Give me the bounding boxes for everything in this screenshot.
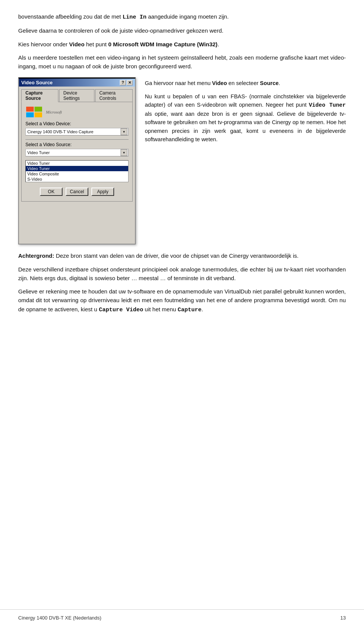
video-source-dialog: Video Source ? ✕ Capture Source Device S…: [18, 77, 136, 244]
svg-rect-2: [26, 112, 34, 117]
dialog-text-p2: Nu kunt u bepalen of u van een FBAS- (no…: [145, 92, 346, 144]
footer-right: 13: [340, 615, 346, 621]
tab-device-settings[interactable]: Device Settings: [59, 89, 94, 102]
label-video-device: Select a Video Device:: [25, 121, 129, 126]
dt-bold-video: Video: [212, 80, 227, 86]
label-video-source: Select a Video Source:: [25, 142, 129, 147]
cancel-button[interactable]: Cancel: [66, 188, 88, 196]
video-device-dropdown[interactable]: Cinergy 1400 DVB-T Video Capture ▼: [25, 128, 129, 136]
p3-end: .: [218, 41, 219, 47]
dialog-body: Microsoft Select a Video Device: Cinergy…: [21, 102, 133, 202]
p7-mid: uit het menu: [143, 306, 178, 312]
divider: [25, 139, 129, 140]
help-button[interactable]: ?: [120, 80, 126, 85]
paragraph-7: Gelieve er rekening mee te houden dat uw…: [18, 287, 346, 314]
p3-bold1: Video: [69, 41, 85, 47]
device-dropdown-arrow[interactable]: ▼: [121, 128, 127, 135]
svg-rect-0: [26, 107, 34, 112]
close-button[interactable]: ✕: [127, 80, 133, 85]
microsoft-logo-area: Microsoft: [25, 106, 129, 118]
list-item-2[interactable]: Video Composite: [26, 171, 128, 177]
dt-line1-end: .: [279, 80, 280, 86]
dialog-text-p1: Ga hiervoor naar het menu Video en selec…: [145, 79, 346, 87]
p7-bold2: Capture: [178, 307, 202, 313]
dialog-explanation-text: Ga hiervoor naar het menu Video en selec…: [145, 77, 346, 148]
paragraph-3: Kies hiervoor onder Video het punt 0 Mic…: [18, 40, 346, 49]
p3-bold2: 0 Microsoft WDM Image Capture (Win32): [108, 41, 217, 47]
paragraph-5: Achtergrond: Deze bron stamt van delen v…: [18, 251, 346, 260]
paragraph-2: Gelieve daarna te controleren of ook de …: [18, 26, 346, 35]
dialog-title: Video Source: [21, 80, 53, 85]
apply-button[interactable]: Apply: [91, 188, 114, 196]
source-value: Video Tuner: [27, 150, 50, 155]
dt-bold-source: Source: [260, 80, 279, 86]
page-footer: Cinergy 1400 DVB-T XE (Nederlands) 13: [0, 609, 364, 626]
dialog-buttons: OK Cancel Apply: [25, 186, 129, 197]
p1-text: bovenstaande afbeelding zou dat de met: [18, 13, 122, 20]
dt-bold-tuner: Video Tuner: [309, 102, 346, 108]
p5-bold: Achtergrond:: [18, 252, 54, 259]
p7-end: .: [202, 306, 203, 312]
tab-capture-source[interactable]: Capture Source: [21, 89, 58, 102]
p5-rest: Deze bron stamt van delen van de driver,…: [54, 252, 299, 259]
microsoft-label: Microsoft: [46, 110, 62, 114]
list-item-3[interactable]: S-Video: [26, 177, 128, 182]
tab-camera-controls[interactable]: Camera Controls: [95, 89, 133, 102]
p7-bold1: Capture Video: [99, 307, 143, 313]
list-item-1[interactable]: Video Tuner: [26, 166, 128, 171]
page-content: bovenstaande afbeelding zou dat de met L…: [0, 0, 364, 349]
svg-rect-1: [35, 107, 42, 112]
device-value: Cinergy 1400 DVB-T Video Capture: [27, 129, 93, 134]
titlebar-buttons: ? ✕: [120, 80, 133, 85]
source-listbox[interactable]: Video Tuner Video Tuner Video Composite …: [25, 160, 129, 182]
dialog-tabs: Capture Source Device Settings Camera Co…: [21, 89, 133, 102]
p1-mono: Line In: [122, 14, 146, 20]
ok-button[interactable]: OK: [40, 188, 63, 196]
p1-rest: aangeduide ingang moeten zijn.: [146, 13, 229, 20]
paragraph-6: Deze verschillend inzetbare chipset onde…: [18, 265, 346, 283]
dt-line1-start: Ga hiervoor naar het menu: [145, 80, 212, 86]
footer-left: Cinergy 1400 DVB-T XE (Nederlands): [18, 615, 101, 621]
list-item-0[interactable]: Video Tuner: [26, 161, 128, 166]
video-source-dropdown[interactable]: Video Tuner ▼: [25, 149, 129, 156]
dt-line2-mid: als optie, want aan deze bron is er geen…: [145, 111, 346, 142]
source-dropdown-arrow[interactable]: ▼: [121, 149, 127, 156]
p3-start: Kies hiervoor onder: [18, 41, 69, 47]
dt-line1-mid: en selecteer: [227, 80, 260, 86]
dialog-area: Video Source ? ✕ Capture Source Device S…: [18, 77, 346, 244]
svg-rect-3: [35, 112, 42, 117]
paragraph-1: bovenstaande afbeelding zou dat de met L…: [18, 12, 346, 22]
dialog-titlebar: Video Source ? ✕: [19, 79, 135, 87]
paragraph-4: Als u meerdere toestellen met een video-…: [18, 53, 346, 71]
p3-mid: het punt: [85, 41, 108, 47]
microsoft-logo: [25, 106, 44, 118]
